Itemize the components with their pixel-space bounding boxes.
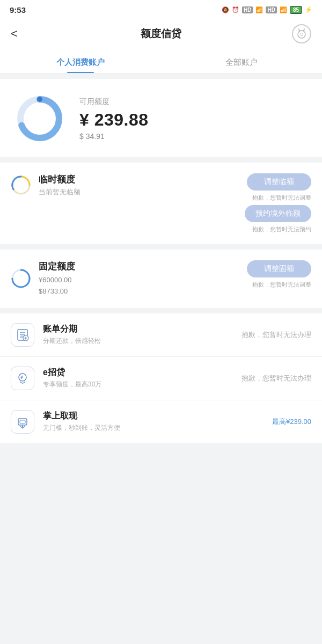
fixed-credit-icon	[11, 268, 31, 289]
reserve-overseas-note: 抱歉，您暂时无法预约	[252, 225, 311, 233]
header: < 额度信贷	[0, 18, 322, 51]
donut-chart	[13, 92, 67, 145]
alarm-icon: ⏰	[232, 6, 239, 13]
adjust-temp-note: 抱歉，您暂时无法调整	[252, 194, 311, 202]
credit-amount-usd: $ 34.91	[79, 132, 149, 141]
temp-credit-icon	[11, 175, 31, 195]
temp-credit-card: 临时额度 当前暂无临额 调整临额 抱歉，您暂时无法调整 预约境外临额 抱歉，您暂…	[0, 163, 322, 244]
cat-icon[interactable]	[292, 24, 311, 43]
fixed-credit-card: 固定额度 ¥60000.00 $8733.00 调整固额 抱歉，您暂时无法调整	[0, 250, 322, 308]
back-button[interactable]: <	[11, 27, 32, 41]
service-item-bill-installment[interactable]: 账单分期 分期还款，倍感轻松 抱歉，您暂时无法办理	[0, 313, 322, 357]
e-loan-icon: ¥	[11, 367, 34, 390]
service-item-e-loan[interactable]: ¥ e招贷 专享额度，最高30万 抱歉，您暂时无法办理	[0, 357, 322, 400]
temp-credit-left: 临时额度 当前暂无临额	[11, 173, 80, 197]
fixed-credit-title: 固定额度	[39, 260, 75, 273]
svg-point-2	[302, 33, 303, 34]
temp-credit-actions: 调整临额 抱歉，您暂时无法调整 预约境外临额 抱歉，您暂时无法预约	[245, 173, 311, 233]
cat-icon-wrapper[interactable]	[290, 24, 311, 43]
service-list: 账单分期 分期还款，倍感轻松 抱歉，您暂时无法办理 ¥ e招贷 专享额度，最高3…	[0, 313, 322, 443]
bill-installment-content: 账单分期 分期还款，倍感轻松	[43, 324, 233, 346]
svg-point-1	[300, 33, 301, 34]
hd-badge2: HD	[266, 6, 276, 13]
status-time: 9:53	[10, 5, 26, 14]
credit-info: 可用额度 ¥ 239.88 $ 34.91	[79, 97, 149, 141]
temp-credit-text: 临时额度 当前暂无临额	[39, 173, 80, 197]
signal-4g2: 📶	[280, 6, 287, 13]
mute-icon: 🔕	[222, 6, 229, 13]
signal-4g: 📶	[255, 6, 263, 13]
fixed-credit-left: 固定额度 ¥60000.00 $8733.00	[11, 260, 75, 297]
hd-badge: HD	[242, 6, 253, 13]
svg-rect-18	[20, 420, 25, 423]
fixed-credit-info: 固定额度 ¥60000.00 $8733.00	[39, 260, 75, 297]
svg-rect-17	[18, 419, 27, 425]
svg-point-5	[37, 97, 42, 102]
available-credit-card: 可用额度 ¥ 239.88 $ 34.91	[0, 79, 322, 157]
reserve-overseas-button[interactable]: 预约境外临额	[245, 205, 311, 222]
e-loan-status: 抱歉，您暂时无法办理	[241, 374, 311, 383]
bill-installment-icon	[11, 323, 34, 347]
palm-withdraw-title: 掌上取现	[43, 411, 264, 422]
cat-svg	[295, 27, 308, 40]
palm-withdraw-icon	[11, 410, 34, 434]
palm-withdraw-desc: 无门槛，秒到账，灵活方便	[43, 423, 264, 433]
e-loan-title: e招贷	[43, 367, 233, 378]
page-title: 额度信贷	[32, 27, 290, 41]
temp-credit-subtitle: 当前暂无临额	[39, 187, 80, 197]
credit-amount-cny: ¥ 239.88	[79, 110, 149, 130]
adjust-fixed-note: 抱歉，您暂时无法调整	[252, 281, 311, 289]
charging-icon: ⚡	[305, 6, 312, 13]
svg-text:¥: ¥	[20, 375, 23, 380]
palm-withdraw-content: 掌上取现 无门槛，秒到账，灵活方便	[43, 411, 264, 433]
fixed-credit-actions: 调整固额 抱歉，您暂时无法调整	[247, 260, 311, 289]
tab-personal[interactable]: 个人消费账户	[0, 51, 161, 73]
status-bar: 9:53 🔕 ⏰ HD 📶 HD 📶 85 ⚡	[0, 0, 322, 18]
bill-installment-title: 账单分期	[43, 324, 233, 335]
credit-label: 可用额度	[79, 97, 149, 107]
palm-withdraw-amount: 最高¥239.00	[272, 417, 311, 427]
tab-bar: 个人消费账户 全部账户	[0, 51, 322, 74]
temp-credit-title: 临时额度	[39, 173, 80, 186]
bill-installment-desc: 分期还款，倍感轻松	[43, 336, 233, 346]
tab-all[interactable]: 全部账户	[161, 51, 322, 73]
fixed-credit-amounts: ¥60000.00 $8733.00	[39, 275, 75, 297]
fixed-credit-top: 固定额度 ¥60000.00 $8733.00 调整固额 抱歉，您暂时无法调整	[11, 260, 311, 297]
e-loan-desc: 专享额度，最高30万	[43, 380, 233, 389]
status-icons: 🔕 ⏰ HD 📶 HD 📶 85 ⚡	[222, 6, 312, 14]
adjust-fixed-credit-button[interactable]: 调整固额	[247, 260, 311, 277]
adjust-temp-credit-button[interactable]: 调整临额	[247, 173, 311, 191]
temp-credit-top: 临时额度 当前暂无临额 调整临额 抱歉，您暂时无法调整 预约境外临额 抱歉，您暂…	[11, 173, 311, 233]
e-loan-content: e招贷 专享额度，最高30万	[43, 367, 233, 389]
svg-point-0	[298, 31, 305, 38]
battery: 85	[290, 6, 302, 14]
bill-installment-status: 抱歉，您暂时无法办理	[241, 330, 311, 340]
service-item-palm-withdraw[interactable]: 掌上取现 无门槛，秒到账，灵活方便 最高¥239.00	[0, 400, 322, 443]
